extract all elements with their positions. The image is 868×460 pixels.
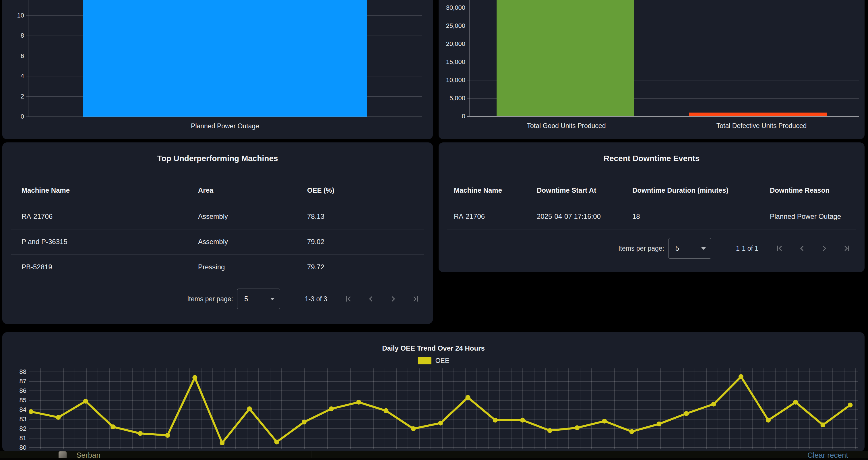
previous-page-button[interactable] <box>366 294 375 304</box>
first-page-button[interactable] <box>344 294 353 304</box>
items-per-page-value: 5 <box>669 244 701 252</box>
last-page-icon <box>411 294 420 304</box>
items-per-page-select[interactable]: 5 <box>668 238 711 259</box>
y-tick-label: 4 <box>2 72 24 80</box>
table-cell: 79.72 <box>307 254 324 280</box>
y-tick-label: 20,000 <box>439 40 465 48</box>
table-cell: P and P-36315 <box>22 229 67 254</box>
data-point <box>138 431 143 436</box>
paginator: Items per page: 5 1-3 of 3 <box>187 288 420 310</box>
y-tick-label: 6 <box>2 52 24 60</box>
bar-total-good-units-produced <box>497 0 634 116</box>
data-point <box>602 419 607 424</box>
first-page-button[interactable] <box>775 244 784 253</box>
chevron-down-icon <box>270 298 275 300</box>
y-tick-label: 0 <box>2 113 24 120</box>
table-row[interactable]: RA-217062025-04-07 17:16:0018Planned Pow… <box>447 204 856 229</box>
y-tick-label: 85 <box>9 397 26 404</box>
first-page-icon <box>775 244 784 253</box>
data-point <box>438 421 443 426</box>
table-cell: Assembly <box>198 229 228 254</box>
legend-label: OEE <box>435 357 450 365</box>
data-point <box>356 400 361 405</box>
pagination-controls <box>344 294 420 304</box>
next-page-button[interactable] <box>389 294 398 304</box>
data-point <box>711 402 716 407</box>
data-point <box>575 425 580 430</box>
table-cell: RA-21706 <box>454 204 485 229</box>
gridline <box>422 0 422 117</box>
dashboard-root: 0246810Planned Power Outage 05,00010,000… <box>0 0 868 460</box>
data-point <box>793 400 798 405</box>
data-point <box>247 406 252 411</box>
data-point <box>411 426 415 431</box>
chevron-right-icon <box>389 294 398 304</box>
previous-page-button[interactable] <box>797 244 807 253</box>
y-tick-label: 10 <box>2 12 24 19</box>
data-point <box>820 422 825 427</box>
x-category-label: Total Defective Units Produced <box>670 122 854 130</box>
y-tick-label: 25,000 <box>439 22 465 30</box>
taskbar-bottom-strip <box>0 458 868 460</box>
y-tick-label: 0 <box>439 113 465 120</box>
pagination-controls <box>775 244 851 253</box>
gridline <box>467 116 859 117</box>
gridline <box>26 117 422 117</box>
last-page-button[interactable] <box>842 244 851 253</box>
items-per-page-label: Items per page: <box>187 295 233 303</box>
next-page-button[interactable] <box>820 244 829 253</box>
table-cell: 79.02 <box>307 229 324 254</box>
data-point <box>165 433 170 438</box>
data-point <box>657 422 662 426</box>
data-point <box>520 418 525 423</box>
chart-title: Daily OEE Trend Over 24 Hours <box>2 344 865 352</box>
data-point <box>220 440 224 446</box>
table-cell: Planned Power Outage <box>770 204 841 229</box>
data-point <box>684 411 689 416</box>
data-point <box>29 409 34 414</box>
bar-planned-power-outage <box>83 0 367 117</box>
legend-swatch <box>417 357 431 364</box>
y-tick-label: 83 <box>9 416 26 423</box>
table-row[interactable]: PB-52819Pressing79.72 <box>11 254 424 280</box>
y-tick-label: 88 <box>9 368 26 375</box>
y-tick-label: 30,000 <box>439 4 465 11</box>
last-page-icon <box>842 244 851 253</box>
data-point <box>766 418 771 423</box>
y-tick-label: 80 <box>9 444 26 451</box>
y-tick-label: 2 <box>2 93 24 100</box>
items-per-page-label: Items per page: <box>618 245 664 252</box>
table-row[interactable]: RA-21706Assembly78.13 <box>11 204 424 229</box>
chart-legend: OEE <box>2 357 865 365</box>
first-page-icon <box>344 294 353 304</box>
data-point <box>192 375 197 380</box>
gridline <box>859 0 859 116</box>
data-point <box>83 399 88 404</box>
oee-line-chart-svg <box>29 368 858 449</box>
data-point <box>111 424 115 429</box>
chevron-left-icon <box>366 294 375 304</box>
y-tick-label: 87 <box>9 377 26 385</box>
x-category-label: Total Good Units Produced <box>474 122 658 130</box>
last-page-button[interactable] <box>411 294 420 304</box>
data-point <box>274 440 279 444</box>
oee-trend-chart-card: Daily OEE Trend Over 24 Hours OEE 888786… <box>2 332 865 451</box>
y-tick-label: 10,000 <box>439 76 465 84</box>
data-point <box>302 420 307 424</box>
table-cell: PB-52819 <box>22 254 52 280</box>
y-tick-label: 82 <box>9 425 26 432</box>
y-tick-label: 84 <box>9 406 26 413</box>
table-cell: 18 <box>632 204 640 229</box>
page-range-label: 1-3 of 3 <box>305 295 327 303</box>
table-row[interactable]: P and P-36315Assembly79.02 <box>11 229 424 255</box>
items-per-page-value: 5 <box>237 295 270 303</box>
bar-total-defective-units-produced <box>689 113 827 116</box>
chevron-left-icon <box>797 244 807 253</box>
items-per-page-select[interactable]: 5 <box>237 288 280 309</box>
y-tick-label: 86 <box>9 387 26 395</box>
recent-downtime-events-card: Recent Downtime Events Machine NameDownt… <box>439 143 865 272</box>
units-produced-chart-card: 05,00010,00015,00020,00025,00030,000Tota… <box>439 0 865 139</box>
y-tick-label: 15,000 <box>439 58 465 66</box>
data-point <box>493 418 498 423</box>
data-point <box>329 406 334 411</box>
